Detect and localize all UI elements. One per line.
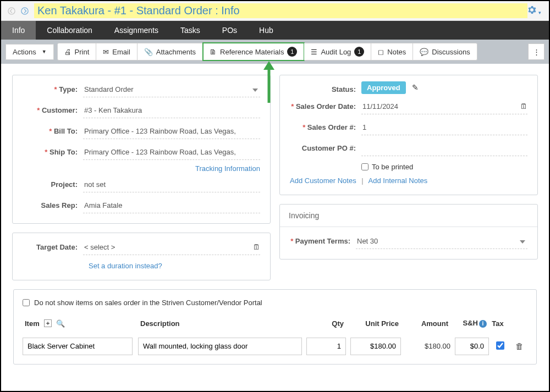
tab-bar: Info Collaboration Assignments Tasks POs… bbox=[1, 21, 549, 40]
discussions-button[interactable]: 💬Discussions bbox=[413, 43, 477, 60]
search-item-icon[interactable]: 🔍 bbox=[56, 319, 65, 328]
tab-assignments[interactable]: Assignments bbox=[103, 21, 169, 40]
gear-icon[interactable]: ▾ bbox=[527, 5, 541, 16]
svg-point-1 bbox=[21, 7, 28, 14]
tab-info[interactable]: Info bbox=[1, 21, 36, 40]
cpo-label: Customer PO #: bbox=[290, 142, 361, 152]
tab-hub[interactable]: Hub bbox=[248, 21, 284, 40]
paperclip-icon: 📎 bbox=[144, 48, 153, 56]
customer-field[interactable]: #3 - Ken Takakura bbox=[83, 104, 260, 118]
note-icon: ◻ bbox=[378, 48, 384, 56]
shipto-label: * Ship To: bbox=[23, 146, 83, 156]
edit-status-icon[interactable]: ✎ bbox=[412, 83, 419, 92]
item-desc-input[interactable] bbox=[138, 338, 302, 355]
tobeprinted-label: To be printed bbox=[372, 163, 413, 171]
actions-button[interactable]: Actions▼ bbox=[6, 44, 54, 60]
svg-point-0 bbox=[8, 7, 15, 14]
billto-label: * Bill To: bbox=[23, 125, 83, 135]
status-label: Status: bbox=[290, 83, 361, 93]
portal-checkbox[interactable] bbox=[23, 299, 30, 306]
target-date-field[interactable]: < select > 🗓 bbox=[83, 241, 260, 255]
invoicing-panel: Invoicing * Payment Terms: Net 30 bbox=[279, 204, 538, 260]
item-row: $180.00 🗑 bbox=[23, 332, 527, 355]
email-button[interactable]: ✉Email bbox=[96, 43, 138, 60]
tab-collaboration[interactable]: Collaboration bbox=[36, 21, 103, 40]
ordernum-label: * Sales Order #: bbox=[290, 121, 361, 131]
billto-field[interactable]: Primary Office - 123 Rainbow Road, Las V… bbox=[83, 125, 260, 139]
type-select[interactable]: Standard Order bbox=[83, 83, 260, 97]
target-date-panel: Target Date: < select > 🗓 Set a duration… bbox=[12, 233, 271, 280]
document-icon: 🗎 bbox=[210, 48, 217, 56]
page-header: Ken Takakura - #1 - Standard Order : Inf… bbox=[1, 1, 549, 21]
portal-label: Do not show items on sales order in the … bbox=[34, 299, 262, 307]
reference-badge: 1 bbox=[287, 47, 297, 57]
add-item-icon[interactable]: ＋ bbox=[44, 319, 52, 327]
info-icon[interactable]: i bbox=[479, 320, 487, 328]
add-internal-notes-link[interactable]: Add Internal Notes bbox=[369, 176, 428, 185]
item-price-input[interactable] bbox=[350, 338, 401, 355]
shipto-field[interactable]: Primary Office - 123 Rainbow Road, Las V… bbox=[83, 146, 260, 160]
print-button[interactable]: 🖨Print bbox=[57, 43, 97, 60]
item-qty-input[interactable] bbox=[306, 338, 346, 355]
tab-pos[interactable]: POs bbox=[211, 21, 248, 40]
tracking-link[interactable]: Tracking Information bbox=[195, 164, 260, 173]
payment-terms-select[interactable]: Net 30 bbox=[356, 235, 527, 249]
email-icon: ✉ bbox=[103, 48, 109, 56]
delete-row-icon[interactable]: 🗑 bbox=[511, 341, 527, 351]
order-date-label: * Sales Order Date: bbox=[290, 100, 361, 111]
order-date-field[interactable]: 11/11/2024 🗓 bbox=[361, 100, 527, 114]
target-date-label: Target Date: bbox=[23, 241, 83, 251]
item-amount: $180.00 bbox=[401, 342, 450, 350]
chat-icon: 💬 bbox=[420, 48, 428, 56]
tobeprinted-checkbox[interactable] bbox=[361, 163, 369, 170]
nav-forward-icon[interactable] bbox=[19, 5, 31, 17]
reference-materials-button[interactable]: 🗎Reference Materials 1 bbox=[203, 43, 304, 60]
project-label: Project: bbox=[23, 178, 83, 189]
tab-tasks[interactable]: Tasks bbox=[169, 21, 211, 40]
audit-log-button[interactable]: ☰Audit Log 1 bbox=[304, 43, 371, 60]
more-button[interactable]: ⋮ bbox=[528, 43, 544, 60]
attachments-button[interactable]: 📎Attachments bbox=[138, 43, 203, 60]
cpo-field[interactable] bbox=[361, 142, 527, 156]
items-panel: Do not show items on sales order in the … bbox=[13, 289, 537, 365]
project-field[interactable]: not set bbox=[83, 178, 260, 192]
items-table-head: Item ＋ 🔍 Description Qty Unit Price Amou… bbox=[23, 313, 527, 332]
invoicing-title: Invoicing bbox=[280, 205, 537, 227]
list-icon: ☰ bbox=[311, 48, 317, 56]
salesrep-label: Sales Rep: bbox=[23, 199, 83, 209]
calendar-icon[interactable]: 🗓 bbox=[253, 243, 260, 251]
type-label: * Type: bbox=[23, 83, 83, 93]
ordernum-field[interactable]: 1 bbox=[361, 121, 527, 135]
item-name-input[interactable] bbox=[23, 338, 133, 355]
details-panel: * Type: Standard Order * Customer: #3 - … bbox=[12, 75, 271, 224]
audit-badge: 1 bbox=[354, 47, 364, 57]
print-icon: 🖨 bbox=[64, 48, 72, 56]
notes-button[interactable]: ◻Notes bbox=[371, 43, 413, 60]
duration-link[interactable]: Set a duration instead? bbox=[89, 262, 162, 270]
add-customer-notes-link[interactable]: Add Customer Notes bbox=[290, 176, 356, 185]
calendar-icon[interactable]: 🗓 bbox=[520, 102, 527, 111]
payment-terms-label: * Payment Terms: bbox=[290, 235, 356, 245]
item-sh-input[interactable] bbox=[455, 338, 489, 355]
nav-back-icon[interactable] bbox=[6, 5, 18, 17]
status-badge: Approved bbox=[361, 81, 406, 94]
customer-label: * Customer: bbox=[23, 104, 83, 114]
page-title: Ken Takakura - #1 - Standard Order : Inf… bbox=[34, 3, 527, 18]
status-panel: Status: Approved ✎ * Sales Order Date: 1… bbox=[279, 75, 538, 195]
salesrep-field[interactable]: Amia Fatale bbox=[83, 199, 260, 213]
item-tax-checkbox[interactable] bbox=[496, 341, 504, 350]
action-toolbar: Actions▼ 🖨Print ✉Email 📎Attachments 🗎Ref… bbox=[1, 40, 549, 64]
